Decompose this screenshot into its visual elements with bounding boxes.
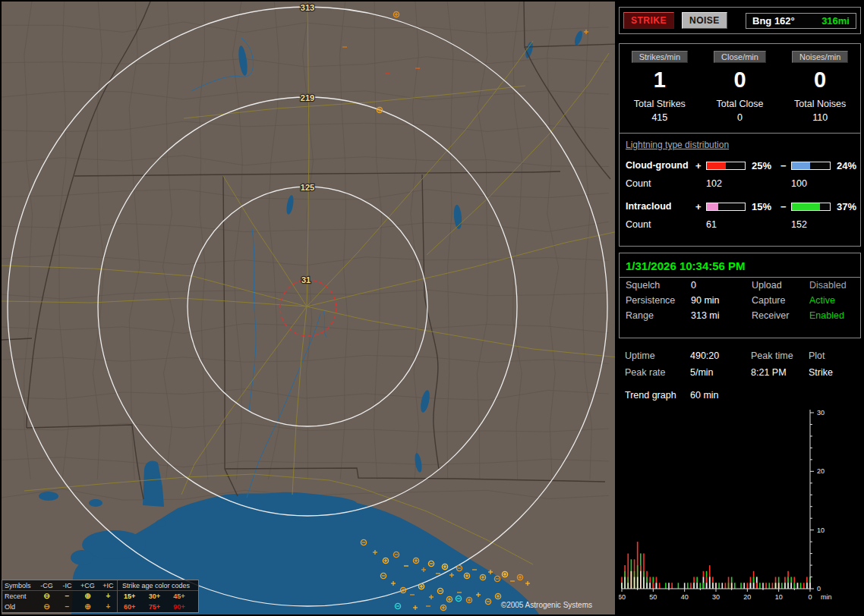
svg-text:0: 0 xyxy=(808,593,812,601)
strike-toggle-button[interactable]: STRIKE xyxy=(623,12,674,29)
legend-symbols-block: Symbols -CG -IC +CG +IC Recent ⊖ − ⊕ + O… xyxy=(2,580,118,612)
svg-text:20: 20 xyxy=(743,593,751,601)
age-90: 90+ xyxy=(173,603,198,611)
copyright-text: ©2005 Astrogenic Systems xyxy=(501,601,592,609)
range-ring-label: 125 xyxy=(301,183,314,192)
ic-negative-bar-fill xyxy=(792,203,820,210)
range-ring-label: 219 xyxy=(301,93,314,102)
cg-negative-bar xyxy=(791,162,831,170)
noises-column: Noises/min 0 Total Noises 110 xyxy=(780,49,860,124)
neg-ic-old-icon: − xyxy=(57,603,77,611)
plus-sign: + xyxy=(695,160,706,171)
pos-cg-recent-icon: ⊕ xyxy=(77,592,98,600)
age-15: 15+ xyxy=(124,592,149,600)
squelch-label: Squelch xyxy=(626,280,691,291)
range-ring-label: 31 xyxy=(301,275,311,284)
uptime-label: Uptime xyxy=(625,350,690,361)
minus-sign: − xyxy=(780,201,791,212)
total-close-label: Total Close xyxy=(700,98,780,111)
total-noises-value: 110 xyxy=(780,111,860,124)
receiver-label: Receiver xyxy=(752,310,809,321)
svg-text:50: 50 xyxy=(649,593,657,601)
legend-symbols-title: Symbols xyxy=(5,582,36,589)
peak-rate-label: Peak rate xyxy=(625,367,690,378)
svg-text:60: 60 xyxy=(619,593,626,601)
clock-timestamp: 1/31/2026 10:34:56 PM xyxy=(620,258,860,277)
svg-text:10: 10 xyxy=(817,526,825,534)
status-panel: STRIKE NOISE Bng 162° 316mi Strikes/min … xyxy=(617,0,864,616)
range-value: 313 mi xyxy=(691,310,752,321)
map-canvas[interactable]: 313 219 125 31 xyxy=(2,2,615,614)
cloud-ground-count-row: Count 102 100 xyxy=(620,174,860,192)
legend-old-label: Old xyxy=(5,603,36,611)
age-60: 60+ xyxy=(124,603,149,611)
legend-symbols-header-row: Symbols -CG -IC +CG +IC xyxy=(2,580,117,591)
cg-positive-count: 102 xyxy=(706,178,749,189)
bearing-label: Bng 162° xyxy=(752,15,795,27)
svg-text:40: 40 xyxy=(681,593,689,601)
info-row-peak-rate: Peak rate 5/min 8:21 PM Strike xyxy=(619,364,861,381)
persistence-label: Persistence xyxy=(626,295,691,306)
legend-age-title: Strike age color codes xyxy=(118,580,198,591)
peak-rate-value: 5/min xyxy=(690,367,751,378)
count-label: Count xyxy=(626,178,695,189)
intracloud-count-row: Count 61 152 xyxy=(620,215,860,233)
age-75: 75+ xyxy=(149,603,174,611)
info-row-uptime: Uptime 490:20 Peak time Plot xyxy=(619,347,861,364)
squelch-value: 0 xyxy=(691,280,752,291)
status-row-persistence: Persistence 90 min Capture Active xyxy=(620,293,860,308)
upload-value: Disabled xyxy=(809,280,854,291)
age-45: 45+ xyxy=(173,592,198,600)
svg-text:20: 20 xyxy=(817,467,825,475)
rate-columns: Strikes/min 1 Total Strikes 415 Close/mi… xyxy=(620,49,860,124)
neg-cg-old-icon: ⊖ xyxy=(36,603,57,611)
legend-age-row-old: 60+ 75+ 90+ xyxy=(118,602,198,612)
top-toolbar: STRIKE NOISE Bng 162° 316mi xyxy=(619,7,861,34)
legend-recent-row: Recent ⊖ − ⊕ + xyxy=(2,591,117,602)
capture-value: Active xyxy=(809,295,854,306)
cg-positive-bar xyxy=(706,162,746,170)
close-per-min-chip[interactable]: Close/min xyxy=(714,51,766,63)
nexstorm-app: 313 219 125 31 Symbols -CG -IC +CG +IC R… xyxy=(0,0,864,616)
range-label: Range xyxy=(626,310,691,321)
cg-positive-pct: 25% xyxy=(749,160,780,171)
legend-col-pos-ic: +IC xyxy=(98,582,118,589)
trend-window-value: 60 min xyxy=(690,390,855,401)
legend-col-neg-cg: -CG xyxy=(36,582,57,589)
svg-text:30: 30 xyxy=(712,593,720,601)
ic-positive-count: 61 xyxy=(706,219,749,230)
ic-negative-bar xyxy=(791,203,831,211)
minus-sign: − xyxy=(780,160,791,171)
peak-time-value: 8:21 PM xyxy=(751,367,809,378)
noises-per-min-chip[interactable]: Noises/min xyxy=(792,51,848,63)
pos-ic-old-icon: + xyxy=(98,603,118,611)
strikes-per-min-chip[interactable]: Strikes/min xyxy=(632,51,688,63)
intracloud-row: Intracloud + 15% − 37% xyxy=(620,197,860,215)
close-per-min-value: 0 xyxy=(700,64,780,95)
cg-negative-bar-fill xyxy=(792,162,810,169)
section-divider xyxy=(620,133,860,134)
ic-positive-bar-fill xyxy=(707,203,718,210)
uptime-value: 490:20 xyxy=(690,350,751,361)
strikes-column: Strikes/min 1 Total Strikes 415 xyxy=(620,49,700,124)
map-legend: Symbols -CG -IC +CG +IC Recent ⊖ − ⊕ + O… xyxy=(2,580,199,613)
close-column: Close/min 0 Total Close 0 xyxy=(700,49,780,124)
svg-text:30: 30 xyxy=(817,409,825,416)
ic-positive-pct: 15% xyxy=(749,201,780,212)
legend-col-pos-cg: +CG xyxy=(77,582,98,589)
age-30: 30+ xyxy=(149,592,174,600)
total-noises-label: Total Noises xyxy=(780,98,860,111)
total-strikes-value: 415 xyxy=(620,111,700,124)
cg-negative-count: 100 xyxy=(791,178,834,189)
pos-ic-recent-icon: + xyxy=(98,592,118,600)
plot-label: Plot xyxy=(809,350,855,361)
strikes-per-min-value: 1 xyxy=(620,64,700,95)
ic-negative-count: 152 xyxy=(791,219,834,230)
bearing-range-value: 316mi xyxy=(821,15,850,27)
info-section: Uptime 490:20 Peak time Plot Peak rate 5… xyxy=(619,347,861,610)
capture-label: Capture xyxy=(752,295,809,306)
legend-col-neg-ic: -IC xyxy=(57,582,77,589)
noises-per-min-value: 0 xyxy=(780,64,860,95)
total-close-value: 0 xyxy=(700,111,780,124)
noise-toggle-button[interactable]: NOISE xyxy=(682,12,727,29)
